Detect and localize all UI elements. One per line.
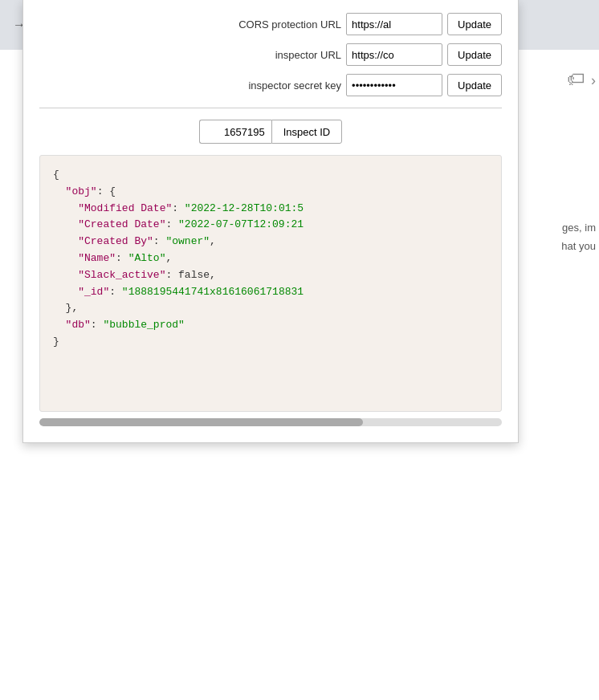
json-line-created-by: "Created By": "owner",: [53, 234, 488, 250]
json-line-slack: "Slack_active": false,: [53, 267, 488, 284]
scroll-thumb[interactable]: [39, 418, 363, 426]
price-tag-icon: 🏷: [567, 69, 585, 89]
json-line-created-date: "Created Date": "2022-07-07T12:09:21: [53, 217, 488, 234]
json-line-obj-key: "obj": {: [53, 184, 488, 201]
inspector-url-input[interactable]: [346, 43, 442, 66]
arrow-icon: ›: [591, 72, 596, 88]
json-line-open-brace: {: [53, 167, 488, 184]
inspector-secret-update-button[interactable]: Update: [447, 74, 502, 96]
json-line-db: "db": "bubble_prod": [53, 317, 488, 334]
cors-update-button[interactable]: Update: [447, 13, 502, 35]
json-line-modified: "Modified Date": "2022-12-28T10:01:5: [53, 201, 488, 218]
json-line-obj-close: },: [53, 300, 488, 317]
horizontal-scrollbar[interactable]: [39, 418, 502, 426]
cors-row: CORS protection URL Update: [39, 13, 502, 35]
inspector-url-label: inspector URL: [275, 49, 341, 61]
json-output: { "obj": { "Modified Date": "2022-12-28T…: [39, 155, 502, 412]
cors-label: CORS protection URL: [238, 18, 341, 31]
inspector-url-update-button[interactable]: Update: [447, 43, 502, 66]
json-line-name: "Name": "Alto",: [53, 250, 488, 267]
inspector-secret-input[interactable]: [346, 74, 442, 96]
inspector-secret-label: inspector secret key: [248, 79, 341, 92]
right-sidebar: 🏷 › ges, im hat you: [519, 50, 599, 700]
inspect-row: Inspect ID: [39, 120, 502, 144]
cors-input[interactable]: [346, 13, 442, 35]
inspector-secret-row: inspector secret key Update: [39, 74, 502, 96]
sidebar-text-1: ges, im: [519, 222, 599, 234]
sidebar-text-2: hat you: [519, 240, 599, 252]
inspect-id-input[interactable]: [199, 120, 271, 144]
inspector-url-row: inspector URL Update: [39, 43, 502, 66]
form-divider: [39, 108, 502, 108]
json-line-close-brace: }: [53, 334, 488, 351]
extension-popup: CORS protection URL Update inspector URL…: [22, 0, 519, 443]
inspect-id-button[interactable]: Inspect ID: [271, 120, 343, 144]
json-line-id: "_id": "1888195441741x81616061718831: [53, 284, 488, 301]
